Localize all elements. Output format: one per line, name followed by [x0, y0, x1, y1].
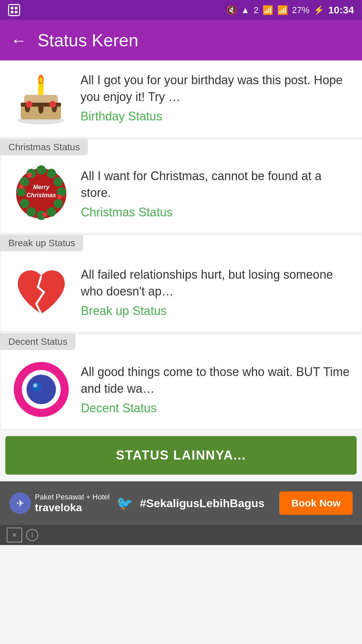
- decent-link[interactable]: Decent Status: [81, 401, 351, 415]
- content-area: All I got you for your birthday was this…: [0, 60, 362, 475]
- breakup-category-tag: Break up Status: [0, 235, 83, 251]
- svg-point-26: [19, 184, 23, 189]
- svg-point-16: [53, 177, 63, 186]
- traveloka-brand-text: Paket Pesawat + Hotel traveloka: [35, 493, 110, 514]
- svg-point-21: [26, 207, 36, 217]
- birthday-link[interactable]: Birthday Status: [80, 109, 351, 123]
- svg-point-11: [49, 101, 56, 108]
- breakup-card[interactable]: Break up Status All failed relationships…: [0, 235, 362, 332]
- app-bar: ← Status Keren: [0, 20, 362, 60]
- christmas-link[interactable]: Christmas Status: [81, 205, 351, 219]
- birthday-card[interactable]: All I got you for your birthday was this…: [0, 60, 362, 138]
- breakup-image: [11, 262, 71, 322]
- decent-description: All good things come to those who wait. …: [81, 364, 351, 397]
- christmas-card[interactable]: Christmas Status: [0, 139, 362, 233]
- svg-point-28: [42, 212, 47, 217]
- svg-point-27: [57, 195, 62, 199]
- traveloka-bird: 🐦: [116, 495, 133, 511]
- book-now-button[interactable]: Book Now: [279, 491, 353, 515]
- status-bar: 🔇 ▲ 2 📶 📶 27% ⚡ 10:34: [0, 0, 362, 20]
- svg-point-10: [26, 101, 33, 108]
- ad-controls: × i: [0, 525, 362, 545]
- svg-text:Merry: Merry: [33, 184, 50, 191]
- christmas-card-text: All I want for Christmas, cannot be foun…: [81, 168, 351, 220]
- back-button[interactable]: ←: [11, 31, 27, 50]
- svg-text:Christmas: Christmas: [26, 192, 56, 199]
- traveloka-name: traveloka: [35, 501, 110, 514]
- ad-hashtag: #SekaligusLebihBagus: [140, 497, 273, 510]
- christmas-description: All I want for Christmas, cannot be foun…: [81, 168, 351, 202]
- svg-point-5: [38, 103, 44, 114]
- paket-label: Paket Pesawat + Hotel: [35, 493, 110, 501]
- svg-point-18: [53, 199, 63, 208]
- ad-info-button[interactable]: i: [26, 529, 38, 541]
- signal2-icon: 📶: [277, 5, 288, 15]
- charging-icon: ⚡: [313, 5, 324, 15]
- close-ad-button[interactable]: ×: [7, 528, 22, 542]
- svg-point-29: [27, 173, 32, 177]
- signal-icon: 📶: [262, 5, 273, 15]
- birthday-description: All I got you for your birthday was this…: [80, 72, 351, 106]
- breakup-link[interactable]: Break up Status: [81, 304, 351, 318]
- mute-icon: 🔇: [226, 5, 237, 15]
- svg-point-15: [47, 169, 56, 178]
- breakup-card-text: All failed relationships hurt, but losin…: [81, 266, 351, 318]
- wifi-icon: ▲: [241, 5, 250, 15]
- christmas-category-tag: Christmas Status: [0, 139, 88, 155]
- birthday-card-text: All I got you for your birthday was this…: [80, 72, 351, 124]
- breakup-description: All failed relationships hurt, but losin…: [81, 266, 351, 300]
- traveloka-icon: ✈: [9, 492, 31, 514]
- svg-point-34: [26, 375, 56, 404]
- sim2-badge: 2: [254, 5, 258, 15]
- svg-point-19: [47, 207, 56, 217]
- svg-point-9: [39, 77, 43, 83]
- decent-card-text: All good things come to those who wait. …: [81, 364, 351, 416]
- traveloka-logo: ✈ Paket Pesawat + Hotel traveloka: [9, 492, 110, 514]
- decent-card[interactable]: Decent Status All good things come to th…: [0, 333, 362, 429]
- decent-image: [11, 359, 71, 420]
- battery-level: 27%: [292, 5, 309, 15]
- svg-point-17: [57, 187, 66, 197]
- birthday-cake-image: [11, 67, 71, 128]
- svg-point-36: [33, 383, 37, 387]
- christmas-image: Merry Christmas: [11, 163, 71, 224]
- blackberry-icon: [8, 4, 20, 16]
- app-title: Status Keren: [38, 30, 138, 50]
- status-button-label: STATUS LAINNYA...: [116, 448, 246, 462]
- decent-category-tag: Decent Status: [0, 334, 75, 350]
- svg-point-22: [20, 199, 29, 208]
- ad-banner[interactable]: ✈ Paket Pesawat + Hotel traveloka 🐦 #Sek…: [0, 481, 362, 525]
- svg-point-14: [37, 165, 46, 175]
- status-lainnya-button[interactable]: STATUS LAINNYA...: [5, 436, 357, 475]
- clock: 10:34: [328, 4, 354, 16]
